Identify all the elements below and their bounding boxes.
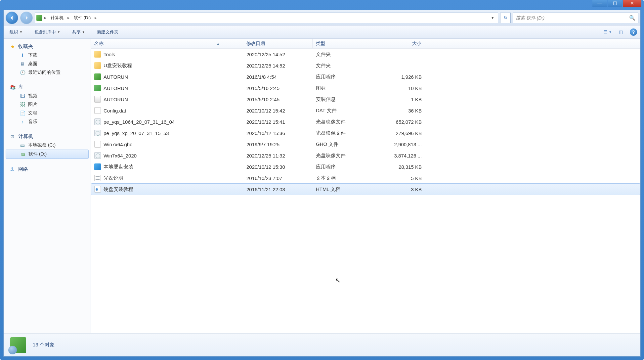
breadcrumb-sep-icon: ▸	[67, 15, 70, 20]
pane-icon: ◫	[619, 29, 623, 34]
file-icon	[94, 85, 101, 91]
sidebar-item-recent[interactable]: 🕓 最近访问的位置	[4, 68, 91, 77]
refresh-button[interactable]: ↻	[500, 13, 511, 23]
sidebar-item-downloads[interactable]: ⬇ 下载	[4, 51, 91, 60]
file-size: 10 KB	[382, 85, 425, 91]
sidebar-item-drive-d[interactable]: 🖴 软件 (D:)	[6, 150, 89, 159]
column-header-type[interactable]: 类型	[313, 39, 382, 48]
share-button[interactable]: 共享▼	[69, 28, 88, 36]
file-icon	[94, 175, 101, 181]
toolbar: 组织▼ 包含到库中▼ 共享▼ 新建文件夹 ☰ ▼ ◫ ?	[4, 25, 640, 39]
file-date: 2020/10/12 15:42	[243, 108, 313, 113]
file-row[interactable]: Tools2020/12/25 14:52文件夹	[91, 49, 640, 60]
address-dropdown-icon[interactable]: ▾	[489, 15, 496, 20]
column-headers: 名称 ▲ 修改日期 类型 大小	[91, 39, 640, 49]
file-size: 28,315 KB	[382, 164, 425, 170]
file-size: 3,874,126 ...	[382, 153, 425, 158]
file-date: 2019/9/7 19:25	[243, 142, 313, 147]
new-folder-button[interactable]: 新建文件夹	[94, 28, 121, 36]
sidebar-item-pictures[interactable]: 🖼 图片	[4, 100, 91, 109]
column-header-size[interactable]: 大小	[382, 39, 425, 48]
file-type: 应用程序	[313, 74, 382, 80]
back-button[interactable]	[6, 12, 18, 24]
search-box[interactable]: 🔍	[513, 13, 638, 23]
sidebar-item-videos[interactable]: 🎞 视频	[4, 92, 91, 100]
help-button[interactable]: ?	[630, 28, 637, 36]
file-row[interactable]: pe_yqs_1064_20_07_31_16_042020/10/12 15:…	[91, 116, 640, 127]
file-row[interactable]: U盘安装教程2020/12/25 14:52文件夹	[91, 60, 640, 71]
recent-icon: 🕓	[20, 69, 25, 75]
file-name: AUTORUN	[104, 85, 128, 91]
sidebar-computer-header[interactable]: 🖳 计算机	[4, 132, 91, 141]
sidebar-network-header[interactable]: 🖧 网络	[4, 165, 91, 174]
file-date: 2015/5/10 2:45	[243, 85, 313, 91]
file-size: 279,696 KB	[382, 130, 425, 136]
search-input[interactable]	[516, 15, 629, 21]
mouse-cursor-icon: ↖	[335, 276, 341, 284]
include-library-button[interactable]: 包含到库中▼	[32, 28, 63, 36]
file-row[interactable]: 硬盘安装教程2016/11/21 22:03HTML 文档3 KB	[91, 184, 640, 195]
sidebar-item-drive-c[interactable]: 🖴 本地磁盘 (C:)	[4, 141, 91, 150]
sidebar-libraries-header[interactable]: 📚 库	[4, 83, 91, 92]
file-size: 1,926 KB	[382, 74, 425, 80]
file-row[interactable]: pe_yqs_xp_20_07_31_15_532020/10/12 15:36…	[91, 127, 640, 139]
file-list[interactable]: 名称 ▲ 修改日期 类型 大小 Tools2020/12/25 14:52文件夹…	[91, 39, 640, 333]
file-row[interactable]: Win7x64.gho2019/9/7 19:25GHO 文件2,900,813…	[91, 139, 640, 150]
file-name: Config.dat	[104, 108, 126, 113]
breadcrumb-computer[interactable]: 计算机	[49, 14, 65, 22]
file-type: 应用程序	[313, 164, 382, 170]
computer-icon: 🖳	[10, 134, 16, 140]
file-row[interactable]: 本地硬盘安装2020/10/12 15:30应用程序28,315 KB	[91, 161, 640, 172]
file-size: 1 KB	[382, 97, 425, 102]
organize-button[interactable]: 组织▼	[7, 28, 25, 36]
column-header-date[interactable]: 修改日期	[243, 39, 313, 48]
file-row[interactable]: 光盘说明2016/10/23 7:07文本文档5 KB	[91, 172, 640, 184]
status-bar: 13 个对象	[4, 333, 640, 356]
file-name: AUTORUN	[104, 97, 128, 102]
forward-button[interactable]	[20, 12, 33, 24]
file-icon	[94, 186, 101, 193]
desktop-icon: 🖥	[20, 61, 25, 67]
star-icon: ★	[10, 44, 16, 50]
sidebar-favorites-header[interactable]: ★ 收藏夹	[4, 42, 91, 51]
file-size: 36 KB	[382, 108, 425, 113]
file-row[interactable]: Config.dat2020/10/12 15:42DAT 文件36 KB	[91, 105, 640, 116]
file-name: 光盘说明	[104, 175, 123, 181]
breadcrumb-drive[interactable]: 软件 (D:)	[72, 14, 93, 22]
file-date: 2016/1/8 4:54	[243, 74, 313, 80]
file-row[interactable]: AUTORUN2015/5/10 2:45安装信息1 KB	[91, 94, 640, 105]
file-row[interactable]: Win7x64_20202020/12/25 11:32光盘映像文件3,874,…	[91, 150, 640, 161]
sidebar-item-music[interactable]: ♪ 音乐	[4, 117, 91, 126]
file-type: 文件夹	[313, 51, 382, 58]
address-bar[interactable]: ▸ 计算机 ▸ 软件 (D:) ▸ ▾	[35, 13, 498, 23]
file-date: 2020/12/25 11:32	[243, 153, 313, 158]
file-date: 2016/10/23 7:07	[243, 175, 313, 181]
file-name: 本地硬盘安装	[104, 164, 133, 170]
file-date: 2015/5/10 2:45	[243, 97, 313, 102]
preview-pane-button[interactable]: ◫	[617, 28, 625, 36]
file-row[interactable]: AUTORUN2016/1/8 4:54应用程序1,926 KB	[91, 71, 640, 82]
status-text: 13 个对象	[33, 342, 55, 348]
sidebar-item-documents[interactable]: 📄 文档	[4, 109, 91, 117]
file-name: U盘安装教程	[104, 63, 132, 69]
library-icon: 📚	[10, 84, 16, 90]
maximize-button[interactable]: ☐	[608, 0, 622, 7]
file-name: Tools	[104, 52, 115, 57]
file-type: 光盘映像文件	[313, 153, 382, 159]
video-icon: 🎞	[20, 93, 25, 99]
column-header-name[interactable]: 名称 ▲	[91, 39, 243, 48]
view-mode-button[interactable]: ☰ ▼	[603, 28, 612, 36]
file-icon	[94, 163, 101, 170]
hdd-icon: 🖴	[20, 142, 25, 148]
file-row[interactable]: AUTORUN2015/5/10 2:45图标10 KB	[91, 82, 640, 94]
file-icon	[94, 62, 101, 69]
file-date: 2020/12/25 14:52	[243, 52, 313, 57]
close-button[interactable]: ✕	[623, 0, 641, 7]
sidebar-item-desktop[interactable]: 🖥 桌面	[4, 60, 91, 68]
minimize-button[interactable]: —	[592, 0, 607, 7]
file-icon	[94, 96, 101, 103]
file-type: 光盘映像文件	[313, 119, 382, 125]
file-type: 文件夹	[313, 63, 382, 69]
file-type: 光盘映像文件	[313, 130, 382, 136]
content-area: ★ 收藏夹 ⬇ 下载 🖥 桌面 🕓 最近访问的位置	[4, 39, 640, 333]
